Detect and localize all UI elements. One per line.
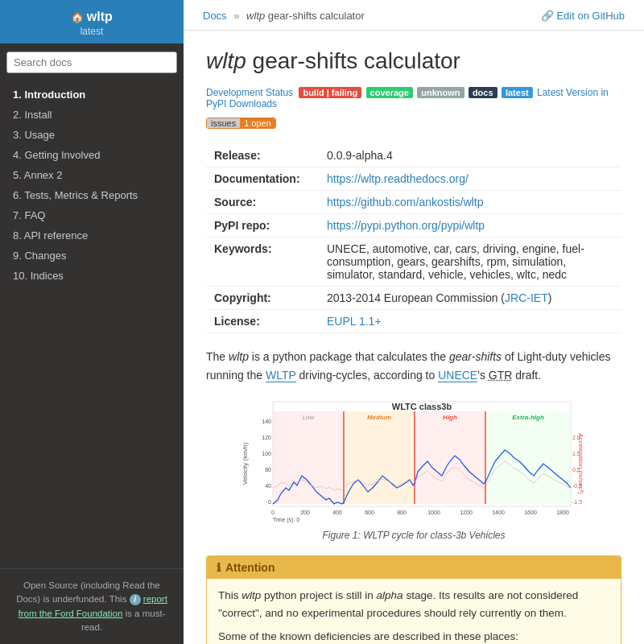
wltc-chart: WLTC class3b Low Medium High Extra-high … (241, 395, 587, 524)
svg-text:0.5: 0.5 (572, 467, 580, 473)
breadcrumb-docs-link[interactable]: Docs (203, 10, 227, 22)
table-row-source: Source: https://github.com/ankostis/wltp (206, 191, 621, 214)
attention-paragraph1: This wltp python project is still in alp… (218, 587, 609, 621)
jrc-link[interactable]: JRC-IET (505, 291, 548, 304)
content-area: wltp gear-shifts calculator Development … (184, 31, 644, 644)
nav-link-faq[interactable]: 7. FAQ (0, 205, 184, 225)
svg-text:40: 40 (265, 483, 271, 489)
unece-link[interactable]: UNECE (438, 369, 477, 382)
nav-link-indices[interactable]: 10. Indices (0, 266, 184, 286)
attention-header-text: Attention (225, 561, 275, 574)
sidebar-logo[interactable]: wltp (87, 10, 113, 23)
search-input[interactable] (6, 52, 177, 73)
nav-item-indices[interactable]: 10. Indices (0, 266, 184, 286)
keywords-value: UNECE, automotive, car, cars, driving, e… (319, 237, 621, 287)
nav-link-getting-involved[interactable]: 4. Getting Involved (0, 145, 184, 165)
table-row-copyright: Copyright: 2013-2014 European Commission… (206, 287, 621, 310)
svg-text:800: 800 (397, 510, 407, 515)
docs-link[interactable]: https://wltp.readthedocs.org/ (327, 172, 469, 185)
nav-link-install[interactable]: 2. Install (0, 105, 184, 125)
source-link[interactable]: https://github.com/ankostis/wltp (327, 196, 484, 208)
license-label: License: (206, 310, 319, 333)
attention-paragraph2: Some of the known deficiencies are descr… (218, 628, 609, 644)
svg-text:400: 400 (332, 510, 342, 515)
attention-wltp: wltp (242, 589, 261, 601)
page-title: wltp gear-shifts calculator (206, 47, 621, 76)
table-row-release: Release: 0.0.9-alpha.4 (206, 144, 621, 167)
svg-rect-4 (415, 411, 485, 504)
nav-item-install[interactable]: 2. Install (0, 105, 184, 125)
svg-text:WLTC class3b: WLTC class3b (392, 402, 452, 411)
table-row-license: License: EUPL 1.1+ (206, 310, 621, 333)
release-label: Release: (206, 144, 319, 167)
breadcrumb-wltp: wltp (246, 10, 265, 22)
breadcrumb: Docs » wltp gear-shifts calculator 🔗 Edi… (184, 0, 644, 31)
source-label: Source: (206, 191, 319, 214)
nav-item-tests[interactable]: 6. Tests, Metrics & Reports (0, 185, 184, 205)
svg-text:600: 600 (365, 510, 374, 515)
attention-body: This wltp python project is still in alp… (207, 579, 621, 644)
nav-link-usage[interactable]: 3. Usage (0, 125, 184, 145)
license-value: EUPL 1.1+ (319, 310, 621, 333)
svg-text:0: 0 (271, 510, 275, 515)
badge-coverage: coverage (366, 87, 413, 98)
svg-text:140: 140 (262, 419, 271, 424)
nav-item-faq[interactable]: 7. FAQ (0, 205, 184, 225)
attention-icon: ℹ (217, 561, 221, 574)
svg-text:-0.5: -0.5 (572, 483, 582, 489)
svg-text:High: High (443, 414, 457, 421)
nav-item-getting-involved[interactable]: 4. Getting Involved (0, 145, 184, 165)
nav-link-changes[interactable]: 9. Changes (0, 246, 184, 266)
nav-item-usage[interactable]: 3. Usage (0, 125, 184, 145)
info-icon: i (130, 594, 141, 605)
desc-wltp: wltp (229, 350, 249, 363)
table-row-pypi: PyPI repo: https://pypi.python.org/pypi/… (206, 214, 621, 237)
copyright-value: 2013-2014 European Commission (JRC-IET) (319, 287, 621, 310)
nav-item-annex[interactable]: 5. Annex 2 (0, 165, 184, 185)
nav-link-api[interactable]: 8. API reference (0, 225, 184, 246)
nav-link-tests[interactable]: 6. Tests, Metrics & Reports (0, 185, 184, 205)
dev-status-link[interactable]: Development Status (206, 87, 293, 98)
attention-alpha: alpha (377, 589, 403, 601)
breadcrumb-sep: » (233, 10, 239, 22)
svg-text:Time (s): 0: Time (s): 0 (273, 517, 299, 523)
source-value: https://github.com/ankostis/wltp (319, 191, 621, 214)
svg-text:1600: 1600 (524, 510, 537, 515)
svg-text:Medium: Medium (367, 414, 391, 421)
svg-text:Low: Low (303, 414, 316, 421)
chart-caption: Figure 1: WLTP cycle for class-3b Vehicl… (206, 530, 621, 541)
edit-on-github-link[interactable]: 🔗 Edit on GitHub (541, 10, 625, 22)
svg-text:100: 100 (262, 451, 271, 456)
pypi-value: https://pypi.python.org/pypi/wltp (319, 214, 621, 237)
wltp-link[interactable]: WLTP (266, 369, 296, 382)
nav-link-intro[interactable]: 1. Introduction (0, 85, 184, 105)
description-paragraph: The wltp is a python package that calcul… (206, 348, 621, 384)
main-content: Docs » wltp gear-shifts calculator 🔗 Edi… (184, 0, 644, 644)
chart-caption-text: Figure 1: WLTP cycle for class-3b Vehicl… (323, 530, 506, 541)
info-table: Release: 0.0.9-alpha.4 Documentation: ht… (206, 144, 621, 333)
sidebar-logo-line: 🏠 wltp (8, 10, 175, 24)
issues-badge-left: issues (207, 118, 240, 129)
nav-item-intro[interactable]: 1. Introduction (0, 85, 184, 105)
home-icon: 🏠 (71, 11, 87, 23)
nav-item-api[interactable]: 8. API reference (0, 225, 184, 246)
svg-text:80: 80 (265, 467, 271, 473)
license-link[interactable]: EUPL 1.1+ (327, 315, 382, 328)
attention-box: ℹAttention This wltp python project is s… (206, 555, 621, 644)
issues-badge-right: 1 open (240, 118, 275, 129)
svg-text:1.5: 1.5 (572, 451, 580, 456)
pypi-link[interactable]: https://pypi.python.org/pypi/wltp (327, 219, 485, 232)
copyright-label: Copyright: (206, 287, 319, 310)
nav-item-changes[interactable]: 9. Changes (0, 246, 184, 266)
docs-label: Documentation: (206, 167, 319, 191)
badges-row2: issues1 open (206, 118, 621, 131)
svg-rect-3 (344, 411, 415, 504)
svg-text:-1.5: -1.5 (572, 499, 582, 505)
badge-latest: latest (502, 87, 533, 98)
nav-link-annex[interactable]: 5. Annex 2 (0, 165, 184, 185)
sidebar-version: latest (8, 26, 175, 37)
nav-list: 1. Introduction 2. Install 3. Usage 4. G… (0, 81, 184, 568)
svg-text:1200: 1200 (460, 510, 473, 515)
copyright-close: ) (548, 291, 552, 304)
desc-gearshifts: gear-shifts (449, 350, 502, 363)
